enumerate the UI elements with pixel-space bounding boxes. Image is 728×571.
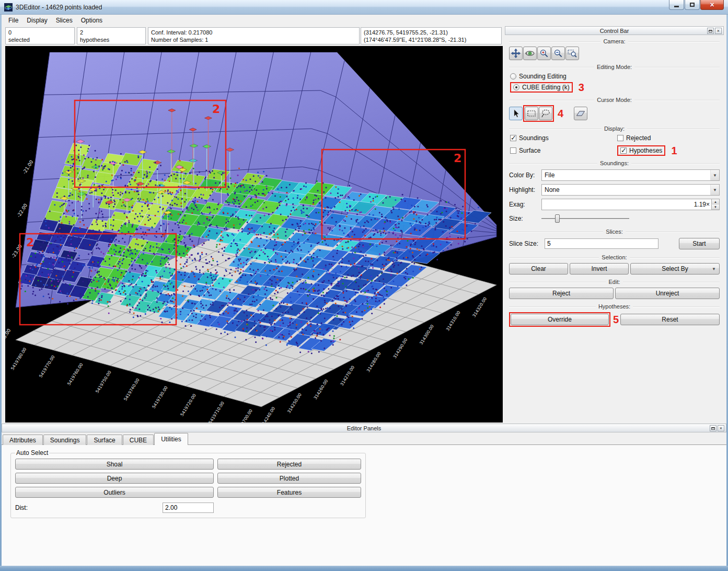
menu-file[interactable]: File — [4, 15, 22, 26]
chevron-down-icon: ▼ — [712, 267, 716, 271]
minimize-button[interactable] — [669, 0, 684, 10]
surface-checkbox-row[interactable]: Surface — [510, 145, 617, 156]
rejected-checkbox-label: Rejected — [626, 134, 651, 142]
soundings-checkbox-row[interactable]: Soundings — [510, 134, 617, 142]
cursor-lasso-select-button[interactable] — [539, 107, 552, 120]
callout-5: 5 — [613, 314, 619, 325]
rejected-checkbox[interactable] — [617, 135, 623, 141]
clear-button[interactable]: Clear — [509, 263, 568, 275]
menu-options[interactable]: Options — [77, 15, 107, 26]
surface-checkbox[interactable] — [510, 147, 516, 154]
slice-size-label: Slice Size: — [509, 240, 541, 247]
override-button[interactable]: Override — [511, 314, 609, 325]
camera-zoom-in-button[interactable] — [537, 47, 551, 60]
control-bar-title: Control Bar — [505, 28, 723, 34]
color-by-label: Color By: — [509, 172, 538, 179]
window-frame — [0, 566, 728, 571]
camera-zoom-window-button[interactable] — [565, 47, 579, 60]
edit-buttons: Reject Unreject — [505, 287, 724, 300]
highlight-dropdown[interactable]: None ▼ — [541, 184, 720, 196]
deep-button[interactable]: Deep — [15, 473, 214, 484]
sounding-editing-radio[interactable] — [510, 73, 516, 79]
cursor-pointer-button[interactable] — [509, 107, 523, 120]
editor-tabs: Attributes Soundings Surface CUBE Utilit… — [3, 433, 189, 445]
cursor-slice-button[interactable] — [574, 107, 587, 120]
rejected-button[interactable]: Rejected — [217, 459, 361, 470]
display-section-label: Display: — [509, 125, 720, 132]
hypotheses-count: 2 — [80, 29, 143, 36]
spin-up-icon[interactable]: ▲ — [711, 199, 719, 204]
cursor-rect-select-button[interactable] — [525, 107, 538, 120]
callout-1: 1 — [671, 145, 677, 156]
tab-surface[interactable]: Surface — [87, 435, 122, 445]
close-panel-button[interactable]: × — [718, 425, 724, 431]
unreject-button[interactable]: Unreject — [615, 288, 720, 299]
slice-size-row: Slice Size: Start — [505, 236, 724, 251]
menu-bar: File Display Slices Options — [2, 15, 726, 26]
tab-soundings[interactable]: Soundings — [43, 435, 87, 445]
hypotheses-buttons: Override 5 Reset — [505, 311, 724, 328]
dist-input[interactable] — [163, 503, 214, 513]
camera-pan-button[interactable] — [509, 47, 523, 60]
close-icon: × — [720, 426, 722, 431]
slider-thumb[interactable] — [555, 214, 560, 223]
rect-select-icon — [526, 108, 537, 119]
close-panel-button[interactable]: × — [715, 28, 722, 34]
conf-interval: Conf. Interval: 0.217080 — [151, 29, 356, 36]
lasso-select-icon — [540, 108, 551, 119]
num-samples: Number of Samples: 1 — [151, 36, 356, 43]
color-by-dropdown[interactable]: File ▼ — [541, 169, 720, 181]
cube-editing-option[interactable]: CUBE Editing (k) 3 — [505, 81, 724, 94]
tab-utilities[interactable]: Utilities — [154, 433, 188, 445]
sounding-editing-option[interactable]: Sounding Editing — [505, 72, 724, 81]
reject-button[interactable]: Reject — [509, 288, 614, 299]
camera-zoom-out-button[interactable] — [551, 47, 565, 60]
camera-section-label: Camera: — [509, 38, 720, 44]
size-slider[interactable] — [541, 213, 629, 224]
3d-viewport[interactable]: -21.00-22.00-23.00-25.005419780.00541977… — [5, 46, 503, 422]
start-button[interactable]: Start — [679, 238, 720, 249]
selection-section-label: Selection: — [509, 254, 720, 260]
float-panel-button[interactable] — [710, 425, 717, 431]
outliers-button[interactable]: Outliers — [15, 487, 214, 498]
close-icon: × — [717, 29, 720, 33]
slice-size-input[interactable] — [545, 238, 658, 249]
hypotheses-checkbox-label: Hypotheses — [629, 147, 662, 154]
tab-attributes[interactable]: Attributes — [3, 435, 43, 445]
rejected-checkbox-row[interactable]: Rejected — [617, 134, 724, 142]
exag-spinbox[interactable]: 1.19× ▲ ▼ — [541, 199, 720, 210]
control-bar-panel: Control Bar × Camera: Editing — [505, 26, 724, 422]
3d-scene[interactable]: -21.00-22.00-23.00-25.005419780.00541977… — [5, 46, 503, 422]
close-button[interactable]: × — [700, 0, 724, 10]
menu-slices[interactable]: Slices — [52, 15, 77, 26]
hypotheses-checkbox-row[interactable]: Hypotheses 1 — [617, 145, 724, 156]
close-icon: × — [710, 1, 714, 8]
camera-orbit-button[interactable] — [523, 47, 537, 60]
hypotheses-label: hypotheses — [80, 36, 143, 43]
slices-section-label: Slices: — [509, 229, 720, 235]
features-button[interactable]: Features — [217, 487, 361, 498]
pan-icon — [511, 48, 521, 59]
select-by-button[interactable]: Select By ▼ — [630, 263, 720, 275]
spin-down-icon[interactable]: ▼ — [711, 204, 719, 210]
reset-button[interactable]: Reset — [620, 314, 720, 325]
hypotheses-checkbox[interactable] — [620, 147, 627, 154]
soundings-checkbox[interactable] — [510, 135, 516, 141]
invert-button[interactable]: Invert — [570, 263, 629, 275]
menu-display[interactable]: Display — [22, 15, 51, 26]
float-icon — [711, 427, 715, 430]
cube-editing-radio[interactable] — [513, 84, 519, 90]
minimize-icon — [674, 6, 679, 7]
cursor-toolbar: 4 — [505, 105, 724, 122]
maximize-button[interactable] — [685, 0, 700, 10]
float-panel-button[interactable] — [707, 28, 714, 34]
tab-cube[interactable]: CUBE — [123, 435, 154, 445]
edit-section-label: Edit: — [509, 279, 720, 285]
utilities-panel: Auto Select Shoal Rejected Deep Plotted … — [2, 445, 726, 566]
editing-mode-section-label: Editing Mode: — [509, 64, 720, 70]
cube-editing-label: CUBE Editing (k) — [522, 84, 570, 91]
shoal-button[interactable]: Shoal — [15, 459, 214, 470]
plotted-button[interactable]: Plotted — [217, 473, 361, 484]
selected-count: 0 — [8, 29, 72, 36]
auto-select-group: Auto Select Shoal Rejected Deep Plotted … — [10, 449, 366, 518]
